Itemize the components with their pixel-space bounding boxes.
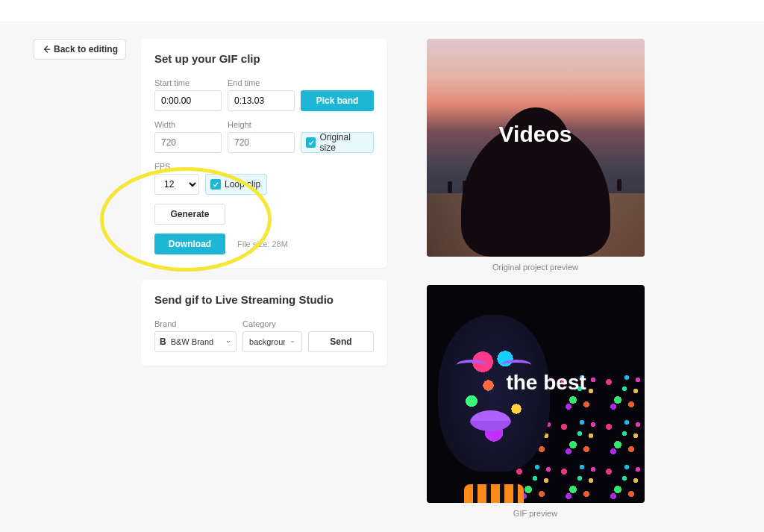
end-time-input[interactable] bbox=[228, 90, 295, 111]
fps-row: FPS 12 Loop clip bbox=[154, 162, 374, 195]
category-select[interactable]: background bbox=[242, 331, 302, 352]
download-row: Download File size: 28M bbox=[154, 234, 374, 254]
send-button[interactable]: Send bbox=[308, 331, 374, 352]
checkbox-checked-icon bbox=[306, 137, 316, 148]
gif-preview-block: the best GIF preview bbox=[414, 285, 657, 518]
back-to-editing-button[interactable]: Back to editing bbox=[34, 39, 126, 60]
gif-preview-image: the best bbox=[427, 285, 645, 503]
brand-label: Brand bbox=[154, 319, 237, 328]
loop-clip-toggle[interactable]: Loop clip bbox=[205, 174, 267, 195]
width-input[interactable] bbox=[154, 132, 222, 153]
fps-select[interactable]: 12 bbox=[154, 174, 199, 195]
end-time-field: End time bbox=[228, 78, 295, 111]
file-size-text: File size: 28M bbox=[237, 240, 288, 248]
checkbox-checked-icon bbox=[210, 179, 221, 190]
gif-preview-overlay-text: the best bbox=[506, 371, 586, 395]
previews-column: Videos Original project preview the best… bbox=[414, 39, 657, 518]
back-label: Back to editing bbox=[54, 44, 118, 54]
brand-value: B&W Brand bbox=[171, 337, 221, 346]
brand-field: Brand B B&W Brand bbox=[154, 319, 237, 352]
height-field: Height bbox=[228, 120, 295, 153]
height-input[interactable] bbox=[228, 132, 295, 153]
gif-panel-title: Set up your GIF clip bbox=[154, 52, 374, 65]
chevron-down-icon bbox=[289, 339, 295, 345]
time-row: Start time End time Pick band bbox=[154, 78, 374, 111]
size-row: Width Height Original size bbox=[154, 120, 374, 153]
start-time-field: Start time bbox=[154, 78, 222, 111]
generate-row: Generate bbox=[154, 204, 374, 225]
start-time-input[interactable] bbox=[154, 90, 222, 111]
end-time-label: End time bbox=[228, 78, 295, 87]
main-content: Back to editing Set up your GIF clip Sta… bbox=[0, 22, 764, 532]
width-label: Width bbox=[154, 120, 222, 129]
preview-bg-garment bbox=[464, 484, 524, 503]
pick-band-button[interactable]: Pick band bbox=[301, 90, 374, 111]
gif-preview-caption: GIF preview bbox=[513, 509, 557, 518]
original-preview-caption: Original project preview bbox=[492, 263, 578, 272]
height-label: Height bbox=[228, 120, 295, 129]
original-preview-block: Videos Original project preview bbox=[414, 39, 657, 272]
chevron-down-icon bbox=[225, 339, 231, 345]
arrow-left-icon bbox=[42, 45, 51, 54]
send-panel: Send gif to Live Streaming Studio Brand … bbox=[141, 280, 387, 366]
top-bar bbox=[0, 0, 764, 22]
panels-column: Set up your GIF clip Start time End time… bbox=[141, 39, 387, 366]
fps-field: FPS 12 bbox=[154, 162, 199, 195]
original-size-toggle[interactable]: Original size bbox=[301, 132, 374, 153]
back-col: Back to editing bbox=[34, 39, 126, 60]
category-label: Category bbox=[242, 319, 302, 328]
original-size-label: Original size bbox=[319, 132, 367, 153]
category-value: background bbox=[249, 337, 285, 346]
preview-bg-person bbox=[448, 181, 452, 193]
original-preview-image: Videos bbox=[427, 39, 645, 257]
download-button[interactable]: Download bbox=[154, 234, 225, 254]
preview-bg-lips bbox=[470, 410, 511, 431]
category-field: Category background bbox=[242, 319, 302, 352]
preview-bg-eye bbox=[501, 360, 531, 370]
width-field: Width bbox=[154, 120, 222, 153]
gif-setup-panel: Set up your GIF clip Start time End time… bbox=[141, 39, 387, 268]
send-panel-title: Send gif to Live Streaming Studio bbox=[154, 293, 374, 306]
original-preview-overlay-text: Videos bbox=[499, 122, 572, 147]
generate-button[interactable]: Generate bbox=[154, 204, 225, 225]
preview-bg-eye bbox=[457, 360, 486, 370]
brand-icon: B bbox=[160, 337, 166, 347]
loop-clip-label: Loop clip bbox=[225, 179, 260, 190]
brand-select[interactable]: B B&W Brand bbox=[154, 331, 237, 352]
send-row: Brand B B&W Brand Category background Se… bbox=[154, 319, 374, 352]
start-time-label: Start time bbox=[154, 78, 222, 87]
fps-label: FPS bbox=[154, 162, 199, 171]
